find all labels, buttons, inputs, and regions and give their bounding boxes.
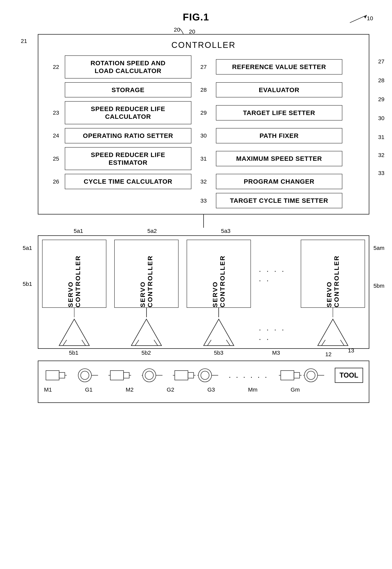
ref-5b1-below: 5b1: [42, 350, 106, 356]
svg-point-25: [143, 369, 156, 382]
svg-point-33: [198, 369, 211, 382]
svg-line-13: [322, 340, 325, 345]
ref-32: 32: [197, 178, 210, 185]
svg-point-34: [201, 371, 209, 379]
m2-group: [108, 367, 131, 384]
svg-rect-29: [175, 371, 188, 380]
svg-marker-3: [59, 319, 89, 345]
servo-b-labels: [42, 347, 365, 348]
ref-33: 33: [197, 197, 210, 204]
ref-31: 31: [197, 155, 210, 162]
servo-controllers-row: SERVO CONTROLLER SERVO CONTROLLER SERVO …: [42, 240, 365, 308]
label-G1: G1: [85, 387, 93, 393]
label-G3: G3: [208, 387, 215, 393]
servo-controller-m: SERVO CONTROLLER: [301, 240, 365, 308]
box-path-fixer: PATH FIXER: [216, 128, 342, 143]
ref-5bm-below: [301, 350, 365, 356]
svg-line-8: [154, 340, 158, 345]
controller-section: 21 CONTROLLER 22 ROTATION SPEED ANDLOAD …: [38, 34, 369, 214]
svg-marker-12: [318, 319, 348, 345]
svg-point-19: [81, 371, 89, 379]
motor-labels-row: M1 G1 M2 G2 G3 Mm Gm: [44, 387, 363, 393]
triangle-2: [114, 317, 179, 347]
motor-section: 12 13: [38, 360, 369, 403]
servo-section: 5a1 5a2 5a3 5a1 5b1 5am 5 5bm SERVO CONT…: [38, 228, 369, 357]
svg-marker-9: [204, 319, 234, 345]
svg-rect-16: [59, 373, 65, 378]
connector-line-1: [203, 214, 204, 228]
ref-5a3-label: 5a3: [191, 228, 261, 234]
vert-connectors: [42, 308, 365, 317]
svg-line-0: [350, 15, 367, 23]
label-Gm: Gm: [291, 387, 300, 393]
box-op-ratio: OPERATING RATIO SETTER: [65, 128, 191, 143]
motor-row: . . . . . .: [44, 367, 363, 384]
ref-23: 23: [46, 109, 59, 116]
mm-gm-group: [279, 367, 324, 384]
ref-20-label: 20: [174, 27, 180, 33]
box-max-speed: MAXIMUM SPEED SETTER: [216, 151, 342, 166]
servo-outer-box: SERVO CONTROLLER SERVO CONTROLLER SERVO …: [38, 235, 369, 349]
triangle-1: [42, 317, 106, 347]
ref-5b1-left: 5b1: [23, 281, 32, 287]
servo-dots: . . . . . .: [259, 240, 293, 308]
svg-line-14: [340, 340, 344, 345]
m1-group: [44, 367, 67, 384]
triangle-dots: . . . . . .: [259, 323, 293, 342]
svg-line-4: [63, 340, 67, 345]
ref-28: 28: [197, 87, 210, 93]
ref-5a2-label: 5a2: [117, 228, 187, 234]
controller-title: CONTROLLER: [44, 40, 363, 50]
ref-26: 26: [46, 178, 59, 185]
box-sr-life-est: SPEED REDUCER LIFEESTIMATOR: [65, 147, 191, 170]
figure-title: FIG.1: [8, 11, 384, 23]
sc3-label: SERVO CONTROLLER: [211, 240, 226, 307]
label-M1: M1: [44, 387, 52, 393]
ref-32-right: 32: [378, 152, 384, 158]
svg-line-5: [82, 340, 85, 345]
ref-21: 21: [21, 38, 27, 44]
ref-M3-below: M3: [259, 350, 293, 356]
svg-point-41: [304, 369, 318, 382]
ref-5am-right: 5am: [374, 245, 384, 251]
box-prog-changer: PROGRAM CHANGER: [216, 174, 342, 189]
page: FIG.1 20 10 20 21 CONTROLLER 22 ROTATION: [0, 0, 392, 569]
ref-5b3-below: 5b3: [187, 350, 251, 356]
ref-5bm-right: 5bm: [374, 283, 384, 289]
svg-rect-22: [124, 373, 129, 378]
triangle-m: [301, 317, 365, 347]
ref-10: 10: [367, 15, 373, 22]
svg-line-11: [226, 340, 230, 345]
ref-28-right: 28: [378, 77, 384, 83]
svg-rect-37: [281, 371, 294, 380]
ref-24: 24: [46, 132, 59, 139]
sc1-label: SERVO CONTROLLER: [67, 240, 82, 307]
ref-13: 13: [348, 347, 354, 354]
svg-marker-6: [131, 319, 162, 345]
ref-29: 29: [197, 109, 210, 116]
box-evaluator: EVALUATOR: [216, 82, 342, 98]
ref-31-right: 31: [378, 134, 384, 140]
ref-27: 27: [197, 64, 210, 70]
box-target-cycle: TARGET CYCLE TIME SETTER: [216, 193, 342, 208]
ref-27-right: 27: [378, 59, 384, 64]
label-space: [333, 387, 363, 393]
svg-rect-15: [46, 371, 59, 380]
ref-5a1: 5a1: [43, 228, 113, 234]
svg-point-42: [307, 371, 315, 379]
svg-line-10: [208, 340, 211, 345]
motor-outer-box: . . . . . .: [38, 360, 369, 403]
m3-g3-group: [173, 367, 218, 384]
ref-30-right: 30: [378, 115, 384, 121]
label-Mm: Mm: [248, 387, 257, 393]
servo-controller-1: SERVO CONTROLLER: [42, 240, 106, 308]
motor-dots: . . . . . .: [229, 371, 268, 379]
box-storage: STORAGE: [65, 82, 191, 98]
box-cycle: CYCLE TIME CALCULATOR: [65, 174, 191, 189]
box-sr-life-calc: SPEED REDUCER LIFECALCULATOR: [65, 101, 191, 124]
label-M2: M2: [126, 387, 134, 393]
servo-controller-3: SERVO CONTROLLER: [187, 240, 251, 308]
ref-33-right: 33: [378, 170, 384, 176]
svg-point-18: [78, 369, 91, 382]
svg-rect-30: [188, 373, 194, 378]
